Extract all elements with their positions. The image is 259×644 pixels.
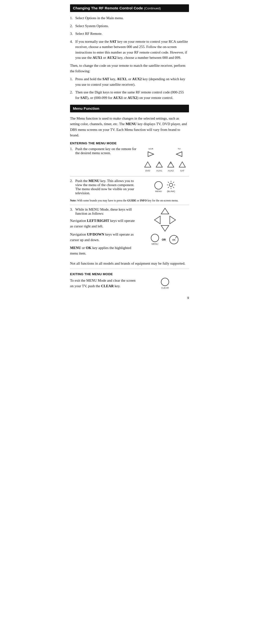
dvd-label: DVD: [145, 169, 150, 172]
component-keys-diagram: VCR TV: [141, 147, 189, 173]
dvd-triangle-icon: [144, 161, 152, 168]
list-item: 2. Then use the Digit keys to enter the …: [70, 90, 189, 100]
step-content: Select RF Remote.: [75, 31, 189, 36]
menu-header-title: Menu Function: [73, 106, 99, 110]
blink-label: (BLINK): [167, 190, 175, 192]
menu-ok-text: MENU or OK key applies the highlighted m…: [70, 245, 139, 256]
aux2-triangle: [166, 161, 175, 169]
nav-diagram-col: MENU OR OK: [141, 208, 189, 245]
entering-header: ENTERING THE MENU MODE: [70, 142, 189, 145]
exiting-header: EXITING THE MENU MODE: [70, 272, 189, 276]
aux1-key: AUX1: [155, 161, 164, 172]
menu-circle-icon: [154, 181, 163, 190]
nav-ud-text: Navigation UP/DOWN keys will operate as …: [70, 232, 139, 243]
svg-line-14: [168, 187, 169, 188]
exiting-para: To exit the MENU Mode and clear the scre…: [70, 278, 139, 289]
svg-line-13: [173, 182, 174, 183]
list-item: 2. Select System Options.: [70, 23, 189, 29]
svg-line-11: [168, 182, 169, 183]
entering-step3-text: 3. While in MENU Mode, these keys will f…: [70, 208, 141, 259]
divider-3: [70, 269, 189, 269]
aux2-label: AUX2: [168, 169, 174, 172]
menu-para: The Menu function is used to make change…: [70, 116, 189, 138]
steps-part1-list: 1. Select Options in the Main menu. 2. S…: [70, 15, 189, 60]
nav-right-arrow: [168, 216, 177, 224]
page-number: 9: [70, 296, 189, 300]
not-all-para: Not all functions in all models and bran…: [70, 261, 189, 266]
vcr-key: VCR: [146, 147, 155, 158]
ok-button-icon: OK: [169, 234, 179, 245]
tv-label: TV: [178, 148, 181, 150]
step-num: 3.: [70, 208, 75, 216]
vcr-triangle-icon: [147, 151, 155, 158]
entering-step1-text: 1. Push the component key on the remote …: [70, 147, 141, 155]
svg-marker-1: [176, 152, 182, 156]
nav-up-arrow: [161, 208, 169, 215]
vcr-tv-row: VCR TV: [146, 147, 184, 158]
svg-text:OK: OK: [172, 239, 176, 241]
step-num: 1.: [70, 76, 75, 87]
section-header-menu: Menu Function: [70, 105, 189, 112]
clear-diagram: CLEAR: [141, 278, 189, 289]
or-label: OR: [162, 238, 166, 241]
svg-marker-0: [148, 152, 154, 156]
divider-1: [70, 176, 189, 176]
nav-arrows-diagram: [153, 208, 177, 232]
entering-step2-text: 2. Push the MENU key. This allows you to…: [70, 179, 141, 195]
blink-sun-icon: [166, 180, 176, 190]
left-arrow-icon: [154, 216, 161, 224]
step-num: 2.: [70, 23, 75, 29]
sat-triangle-icon: [178, 161, 186, 168]
nav-lr-row: [153, 216, 177, 224]
dvd-key: DVD: [143, 161, 152, 172]
step-content: Press and hold the SAT key, AUX1, or AUX…: [75, 76, 189, 87]
up-arrow-icon: [161, 208, 169, 215]
svg-marker-18: [161, 226, 169, 231]
step-num: 2.: [70, 179, 75, 195]
menu-blink-row: MENU (BLINK): [154, 180, 176, 192]
sat-triangle: [178, 161, 187, 169]
step-content: Push the MENU key. This allows you to vi…: [75, 179, 139, 195]
clear-circle-icon: [161, 278, 169, 286]
nav-down-arrow: [161, 225, 169, 232]
menu-circle-key: MENU: [154, 181, 163, 192]
step-content: Push the component key on the remote for…: [75, 147, 139, 155]
tv-triangle-icon: [175, 151, 183, 158]
header-continued: (Continued): [144, 6, 161, 10]
svg-marker-5: [179, 162, 185, 167]
section-header-rf: Changing The RF Remote Control Code (Con…: [70, 4, 189, 12]
clear-key: CLEAR: [161, 278, 169, 289]
dvd-triangle: [143, 161, 152, 169]
menu-circle-icon2: [151, 234, 159, 242]
sat-key: SAT: [178, 161, 187, 172]
nav-down-row: [161, 225, 169, 232]
menu-circle-key2: MENU: [151, 234, 159, 245]
aux2-key: AUX2: [166, 161, 175, 172]
vcr-triangle: [146, 150, 155, 158]
blink-key: (BLINK): [166, 180, 176, 192]
down-arrow-icon: [161, 225, 169, 232]
menu-label: MENU: [155, 190, 162, 192]
menu-blink-diagram: MENU (BLINK): [141, 179, 189, 192]
menu-label2: MENU: [152, 242, 158, 245]
exiting-text: To exit the MENU Mode and clear the scre…: [70, 278, 141, 292]
right-arrow-icon: [169, 216, 176, 224]
vcr-label: VCR: [148, 148, 153, 150]
steps-part2-list: 1. Press and hold the SAT key, AUX1, or …: [70, 76, 189, 100]
clear-label: CLEAR: [161, 286, 169, 289]
svg-marker-16: [154, 216, 160, 224]
step-content: While in MENU Mode, these keys will func…: [75, 208, 139, 216]
note-text: Note: With some brands you may have to p…: [70, 198, 189, 202]
svg-point-6: [169, 183, 173, 186]
nav-left-arrow: [153, 216, 162, 224]
entering-step1-row: 1. Push the component key on the remote …: [70, 147, 189, 173]
svg-marker-17: [170, 216, 176, 224]
divider-2: [70, 205, 189, 205]
step-num: 2.: [70, 90, 75, 100]
step-content: Select Options in the Main menu.: [75, 15, 189, 21]
header-title: Changing The RF Remote Control Code: [73, 6, 143, 10]
svg-line-12: [173, 187, 174, 188]
list-item: 4. If you normally use the SAT key on yo…: [70, 39, 189, 60]
list-item: 1. Press and hold the SAT key, AUX1, or …: [70, 76, 189, 87]
nav-up-row: [161, 208, 169, 215]
